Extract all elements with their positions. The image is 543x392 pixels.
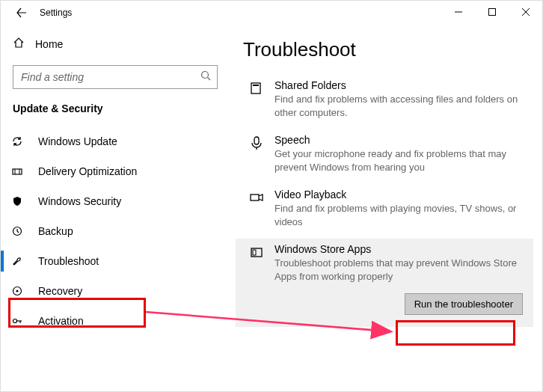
sidebar-item-backup[interactable]: Backup — [1, 216, 230, 246]
sidebar-item-label: Windows Update — [38, 135, 117, 147]
entry-title: Speech — [274, 134, 523, 146]
sidebar-item-activation[interactable]: Activation — [1, 306, 230, 336]
sidebar-item-label: Backup — [38, 225, 73, 237]
troubleshoot-entry-speech[interactable]: Speech Get your microphone ready and fix… — [243, 129, 526, 184]
key-icon — [10, 315, 25, 327]
svg-point-10 — [13, 319, 17, 323]
run-troubleshooter-button[interactable]: Run the troubleshooter — [405, 293, 523, 315]
sidebar: Home Update & Security Windows Update De… — [1, 25, 230, 391]
sidebar-category-header: Update & Security — [13, 102, 218, 114]
close-button[interactable] — [509, 1, 542, 23]
sidebar-item-label: Activation — [38, 315, 84, 327]
svg-rect-1 — [488, 9, 495, 16]
svg-rect-4 — [13, 169, 22, 174]
delivery-icon — [10, 165, 25, 177]
sidebar-item-troubleshoot[interactable]: Troubleshoot — [1, 246, 230, 276]
troubleshoot-entry-video-playback[interactable]: Video Playback Find and fix problems wit… — [243, 184, 526, 239]
back-button[interactable] — [10, 1, 34, 25]
arrow-left-icon — [16, 7, 27, 18]
page-title: Troubleshoot — [243, 38, 526, 61]
maximize-button[interactable] — [475, 1, 509, 23]
sidebar-item-delivery-optimization[interactable]: Delivery Optimization — [1, 156, 230, 186]
window-controls — [441, 1, 542, 23]
svg-rect-15 — [254, 137, 259, 144]
home-icon — [13, 37, 25, 52]
sidebar-item-label: Windows Security — [38, 195, 121, 207]
microphone-icon — [246, 134, 267, 174]
minimize-icon — [455, 8, 462, 16]
sidebar-item-windows-update[interactable]: Windows Update — [1, 126, 230, 156]
troubleshoot-entry-shared-folders[interactable]: Shared Folders Find and fix problems wit… — [243, 75, 526, 129]
maximize-icon — [488, 8, 496, 16]
store-icon — [246, 243, 267, 283]
entry-title: Video Playback — [274, 189, 523, 200]
sidebar-home-label: Home — [35, 38, 63, 50]
entry-title: Shared Folders — [274, 79, 523, 91]
entry-desc: Get your microphone ready and fix proble… — [274, 147, 523, 174]
folder-icon — [246, 79, 267, 119]
entry-desc: Troubleshoot problems that may prevent W… — [274, 257, 523, 283]
svg-rect-14 — [253, 85, 259, 86]
sidebar-item-label: Troubleshoot — [38, 255, 99, 267]
run-bar: Run the troubleshooter — [236, 293, 533, 327]
video-icon — [246, 189, 267, 228]
entry-desc: Find and fix problems with playing movie… — [274, 202, 523, 228]
minimize-button[interactable] — [441, 1, 475, 23]
shield-icon — [10, 195, 25, 207]
search-input[interactable] — [13, 66, 217, 88]
window-title: Settings — [40, 7, 72, 18]
sidebar-item-label: Recovery — [38, 285, 82, 297]
sync-icon — [10, 135, 25, 147]
troubleshoot-entry-windows-store-apps[interactable]: Windows Store Apps Troubleshoot problems… — [236, 239, 533, 293]
svg-rect-18 — [253, 250, 256, 255]
sidebar-home[interactable]: Home — [13, 31, 218, 58]
sidebar-item-label: Delivery Optimization — [38, 165, 137, 177]
sidebar-item-recovery[interactable]: Recovery — [1, 276, 230, 306]
svg-point-9 — [16, 290, 19, 293]
recovery-icon — [10, 285, 25, 297]
wrench-icon — [10, 255, 25, 267]
backup-icon — [10, 225, 25, 237]
close-icon — [522, 8, 530, 16]
main-panel: Troubleshoot Shared Folders Find and fix… — [230, 25, 542, 391]
svg-rect-16 — [251, 195, 259, 200]
entry-desc: Find and fix problems with accessing fil… — [274, 93, 523, 119]
search-box[interactable] — [13, 65, 218, 89]
sidebar-item-windows-security[interactable]: Windows Security — [1, 186, 230, 216]
entry-title: Windows Store Apps — [274, 243, 523, 255]
